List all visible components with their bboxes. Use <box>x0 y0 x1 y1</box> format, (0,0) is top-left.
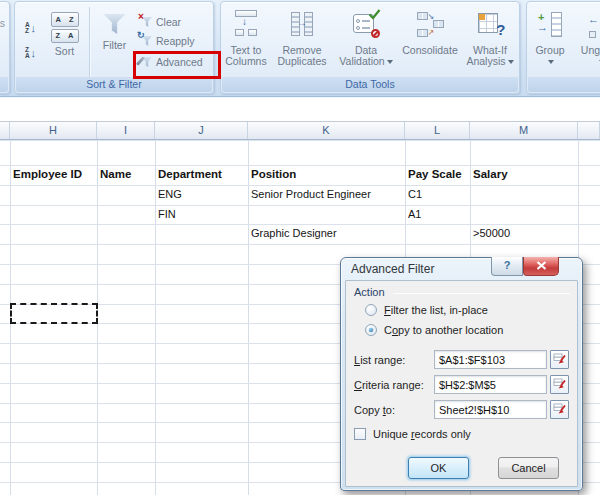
remove-duplicates-icon: → <box>289 10 315 38</box>
sort-descending-button[interactable]: ZA ↓ <box>19 42 42 64</box>
close-icon <box>536 261 547 270</box>
dropdown-arrow-icon <box>548 60 554 64</box>
criteria-range-label: Criteria range: <box>354 379 424 391</box>
column-header-H[interactable]: H <box>10 122 97 139</box>
checkbox-icon[interactable] <box>354 428 366 440</box>
filter-button[interactable]: Filter <box>92 7 137 77</box>
what-if-analysis-button[interactable]: ? What-IfAnalysis <box>461 6 519 78</box>
sort-ascending-button[interactable]: AZ ↓ <box>19 17 42 39</box>
group-divider <box>393 293 570 294</box>
list-range-input[interactable] <box>434 350 547 369</box>
ribbon-group-outline: +→ Group ← Ungroup <box>526 1 600 94</box>
clear-filter-button[interactable]: × Clear <box>137 13 215 30</box>
dialog-title: Advanced Filter <box>351 262 434 276</box>
ribbon: s AZ ↓ ZA ↓ AZ ZA Sort <box>0 0 600 97</box>
data-validation-button[interactable]: DataValidation <box>333 6 399 78</box>
close-button[interactable] <box>523 257 559 276</box>
cell-M5[interactable]: >50000 <box>470 224 600 244</box>
cell-J4[interactable]: FIN <box>155 205 308 225</box>
criteria-range-input[interactable] <box>434 375 547 394</box>
radio-filter-in-place[interactable]: Filter the list, in-place <box>365 304 488 316</box>
dialog-body: Action Filter the list, in-place Copy to… <box>345 280 578 487</box>
radio-copy-to-location[interactable]: Copy to another location <box>365 324 503 336</box>
group-label-data-tools: Data Tools <box>222 77 518 92</box>
reapply-filter-icon: ↻ <box>139 34 152 47</box>
range-picker-icon <box>553 353 567 367</box>
range-picker-icon <box>553 403 567 417</box>
annotation-red-box <box>133 51 221 79</box>
range-picker-icon <box>553 378 567 392</box>
radio-icon[interactable] <box>365 324 377 336</box>
group-label-sort-filter: Sort & Filter <box>16 77 212 92</box>
cancel-button[interactable]: Cancel <box>498 457 559 479</box>
clear-filter-icon: × <box>139 15 152 28</box>
cell-L4[interactable]: A1 <box>405 205 530 225</box>
consolidate-button[interactable]: ↘↗ Consolidate <box>397 6 463 78</box>
sort-button[interactable]: AZ ZA Sort <box>42 7 87 77</box>
column-header-M[interactable]: M <box>470 122 578 139</box>
text-to-columns-icon: ↓ <box>233 9 259 39</box>
text-to-columns-button[interactable]: ↓ Text toColumns <box>223 6 269 78</box>
filter-funnel-icon <box>104 14 126 34</box>
cell-K5[interactable]: Graphic Designer <box>248 224 465 244</box>
dropdown-arrow-icon <box>508 60 514 64</box>
sort-ascending-icon: AZ <box>25 22 30 35</box>
ungroup-button[interactable]: ← Ungroup <box>573 6 600 78</box>
copy-to-label: Copy to: <box>354 404 395 416</box>
help-button[interactable]: ? <box>491 257 523 276</box>
advanced-filter-dialog: Advanced Filter ? Action Filter the list… <box>340 257 583 491</box>
group-separator <box>89 7 90 77</box>
copy-to-picker-button[interactable] <box>550 400 569 419</box>
group-button[interactable]: +→ Group <box>529 6 571 78</box>
list-range-label: List range: <box>354 354 405 366</box>
group-label-outline <box>528 77 600 92</box>
filter-button-label: Filter <box>103 40 126 51</box>
group-icon: +→ <box>537 11 563 38</box>
grid-line <box>0 140 600 141</box>
cell-M2[interactable]: Salary <box>470 165 600 185</box>
ribbon-group-data-tools: ↓ Text toColumns → RemoveDuplicates Da <box>220 1 520 94</box>
list-range-picker-button[interactable] <box>550 350 569 369</box>
column-header-K[interactable]: K <box>248 122 405 139</box>
grid-line <box>0 244 600 245</box>
what-if-analysis-icon: ? <box>478 12 503 36</box>
marching-ants-cell[interactable] <box>10 303 98 324</box>
data-validation-icon <box>353 12 379 36</box>
criteria-range-picker-button[interactable] <box>550 375 569 394</box>
excel-window: s AZ ↓ ZA ↓ AZ ZA Sort <box>0 0 600 495</box>
unique-records-checkbox-row[interactable]: Unique records only <box>354 428 471 440</box>
ribbon-group-sort-filter: AZ ↓ ZA ↓ AZ ZA Sort Filter × <box>14 1 214 94</box>
partial-label: s <box>0 17 5 29</box>
column-header-I[interactable]: I <box>97 122 155 139</box>
consolidate-icon: ↘↗ <box>417 11 444 38</box>
cell-L3[interactable]: C1 <box>405 185 530 205</box>
column-header-J[interactable]: J <box>155 122 248 139</box>
sort-dialog-icon: AZ ZA <box>51 12 79 43</box>
ungroup-icon: ← <box>588 11 600 38</box>
ok-button[interactable]: OK <box>408 457 469 479</box>
dropdown-arrow-icon <box>387 60 393 64</box>
column-header-partial[interactable] <box>578 122 600 139</box>
column-header-L[interactable]: L <box>405 122 470 139</box>
column-header-row: HIJKLM <box>0 121 600 140</box>
ribbon-group-partial: s <box>0 1 10 94</box>
remove-duplicates-button[interactable]: → RemoveDuplicates <box>269 6 335 78</box>
column-header-partial[interactable] <box>0 122 10 139</box>
action-group-label: Action <box>354 286 385 298</box>
sort-button-label: Sort <box>55 46 74 57</box>
radio-icon[interactable] <box>365 304 377 316</box>
copy-to-input[interactable] <box>434 400 547 419</box>
reapply-filter-button[interactable]: ↻ Reapply <box>137 32 215 49</box>
sort-descending-icon: ZA <box>25 47 30 60</box>
